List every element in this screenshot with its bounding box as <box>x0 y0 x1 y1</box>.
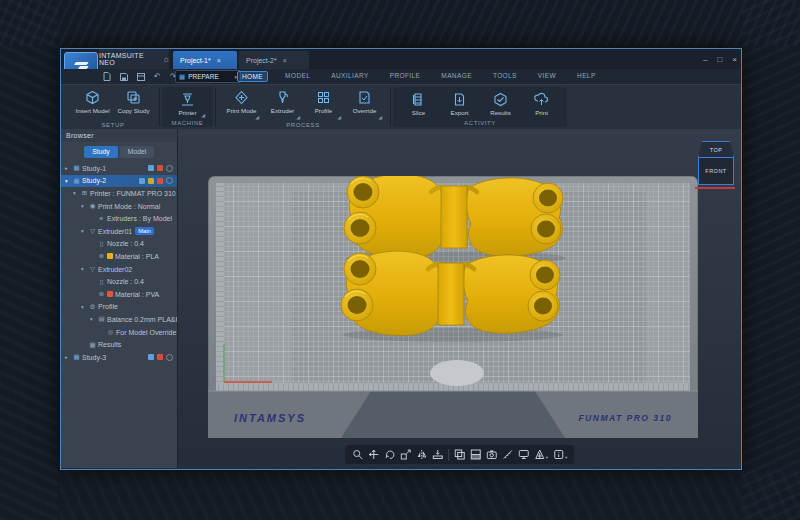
plate-wipe-area <box>430 360 484 386</box>
tab-model[interactable]: Model <box>120 146 154 158</box>
section-view-tool[interactable] <box>470 449 481 460</box>
menu-auxiliary[interactable]: AUXILIARY <box>327 71 372 82</box>
rotate-tool[interactable] <box>384 449 395 460</box>
print-button[interactable]: Print <box>522 90 561 117</box>
workspace-select[interactable]: ▦ PREPARE ▾ <box>175 70 241 83</box>
override-button[interactable]: Override ◢ <box>345 88 384 119</box>
delete-icon[interactable] <box>157 178 163 184</box>
expander-icon[interactable]: ▸ <box>65 165 72 171</box>
expander-icon[interactable]: ▾ <box>73 190 80 196</box>
undo-icon[interactable]: ↶ <box>154 72 161 81</box>
view-cube-top-face[interactable]: TOP <box>698 141 734 158</box>
export-icon[interactable] <box>148 178 154 184</box>
radio-icon[interactable] <box>166 354 173 361</box>
close-button[interactable]: × <box>732 55 737 64</box>
menu-manage[interactable]: MANAGE <box>437 71 476 82</box>
tab-project-2[interactable]: Project-2* × <box>239 51 309 69</box>
tree-item-nozzle-2[interactable]: ▯ Nozzle : 0.4 <box>61 275 177 288</box>
view-cube[interactable]: TOP FRONT <box>695 141 735 197</box>
menu-home[interactable]: HOME <box>237 71 268 82</box>
tree-item-material-pva[interactable]: ⊛ Material : PVA <box>61 288 177 301</box>
expander-icon[interactable]: ▾ <box>81 304 88 310</box>
expander-icon[interactable]: ▾ <box>65 178 72 184</box>
expander-icon[interactable]: ▾ <box>81 266 88 272</box>
extruder-button[interactable]: Extruder ◢ <box>263 88 302 119</box>
menu-tools[interactable]: TOOLS <box>489 71 521 82</box>
move-tool[interactable] <box>368 449 379 460</box>
menu-view[interactable]: VIEW <box>534 71 560 82</box>
tab-project-1[interactable]: Project-1* × <box>173 51 237 69</box>
zoom-tool[interactable] <box>352 449 363 460</box>
tab-close-icon[interactable]: × <box>283 57 287 64</box>
home-icon[interactable]: ⌂ <box>164 55 169 64</box>
printer-button[interactable]: Printer ◢ <box>168 90 207 117</box>
menu-profile[interactable]: PROFILE <box>386 71 425 82</box>
cloud-upload-icon <box>534 92 549 107</box>
corner-arrow-icon: ◢ <box>378 114 382 120</box>
tree-item-study-1[interactable]: ▸ ▦ Study-1 <box>61 162 177 175</box>
edit-icon[interactable] <box>148 165 154 171</box>
tree-item-material-pla[interactable]: ⊛ Material : PLA <box>61 250 177 263</box>
menu-model[interactable]: MODEL <box>281 71 314 82</box>
save-icon[interactable] <box>120 73 128 81</box>
scale-tool[interactable] <box>400 449 411 460</box>
model-manifold-pair-1[interactable] <box>344 176 566 265</box>
minimize-button[interactable]: – <box>703 55 707 64</box>
tree-item-study-2[interactable]: ▾ ▦ Study-2 <box>61 175 177 188</box>
menu-help[interactable]: HELP <box>573 71 600 82</box>
tree-item-study-3[interactable]: ▸ ▦ Study-3 <box>61 351 177 364</box>
open-icon[interactable] <box>137 73 145 81</box>
radio-icon[interactable] <box>166 165 173 172</box>
override-icon: ◎ <box>106 328 115 336</box>
viewport-3d[interactable]: INTAMSYS FUNMAT PRO 310 TOP FRONT <box>178 129 741 468</box>
profile-button[interactable]: Profile ◢ <box>304 88 343 119</box>
tree-item-profile[interactable]: ▾ ⚙ Profile <box>61 301 177 314</box>
mirror-tool[interactable] <box>416 449 427 460</box>
toolbar-separator <box>448 449 449 461</box>
new-file-icon[interactable] <box>103 72 111 81</box>
clone-tool[interactable] <box>454 449 465 460</box>
expander-icon[interactable]: ▾ <box>81 228 88 234</box>
insert-model-button[interactable]: Insert Model <box>73 88 112 119</box>
model-manifold-pair-2[interactable] <box>341 251 563 342</box>
viewport-toolbar: ▾ ▾ <box>345 445 575 464</box>
tree-item-results[interactable]: ▦ Results <box>61 338 177 351</box>
tree-item-print-mode[interactable]: ▾ ◉ Print Mode : Normal <box>61 200 177 213</box>
measure-tool[interactable] <box>502 449 513 460</box>
tree-item-model-override[interactable]: ◎ For Model Override <box>61 326 177 339</box>
tree-item-extruders-mode[interactable]: ≡ Extruders : By Model <box>61 212 177 225</box>
main-badge: Main <box>135 227 154 235</box>
tab-close-icon[interactable]: × <box>217 57 221 64</box>
export-button[interactable]: Export <box>440 90 479 117</box>
tree-item-printer[interactable]: ▾ ⊞ Printer : FUNMAT PRO 310 <box>61 187 177 200</box>
edit-icon[interactable] <box>148 354 154 360</box>
tree-item-extruder01[interactable]: ▾ ▽ Extruder01 Main <box>61 225 177 238</box>
expander-icon[interactable]: ▾ <box>81 203 88 209</box>
tree-label: Print Mode : Normal <box>98 203 160 210</box>
screenshot-tool[interactable] <box>486 449 497 460</box>
nozzle-icon: ▯ <box>97 240 106 248</box>
slice-button[interactable]: Slice <box>399 90 438 117</box>
delete-icon[interactable] <box>157 354 163 360</box>
maximize-button[interactable]: □ <box>717 55 722 64</box>
view-cube-front-face[interactable]: FRONT <box>698 157 734 185</box>
group-label: ACTIVITY <box>393 120 567 126</box>
expander-icon[interactable]: ▾ <box>90 316 97 322</box>
results-button[interactable]: Results <box>481 90 520 117</box>
lay-flat-tool[interactable] <box>432 449 443 460</box>
results-icon <box>493 92 508 107</box>
print-info-tool[interactable]: ▾ <box>553 449 567 460</box>
expander-icon[interactable]: ▸ <box>65 354 72 360</box>
monitor-view-tool[interactable] <box>518 449 529 460</box>
support-tool[interactable]: ▾ <box>534 449 548 460</box>
tree-item-nozzle-1[interactable]: ▯ Nozzle : 0.4 <box>61 238 177 251</box>
delete-icon[interactable] <box>157 165 163 171</box>
tree-item-extruder02[interactable]: ▾ ▽ Extruder02 <box>61 263 177 276</box>
tree-item-balance-profile[interactable]: ▾ ▤ Balance 0.2mm PLA&PVA <box>61 313 177 326</box>
radio-icon[interactable] <box>166 177 173 184</box>
edit-icon[interactable] <box>139 178 145 184</box>
tab-study[interactable]: Study <box>84 146 118 158</box>
print-mode-button[interactable]: Print Mode ◢ <box>222 88 261 119</box>
profile-icon: ⚙ <box>88 303 97 311</box>
copy-study-button[interactable]: Copy Study <box>114 88 153 119</box>
